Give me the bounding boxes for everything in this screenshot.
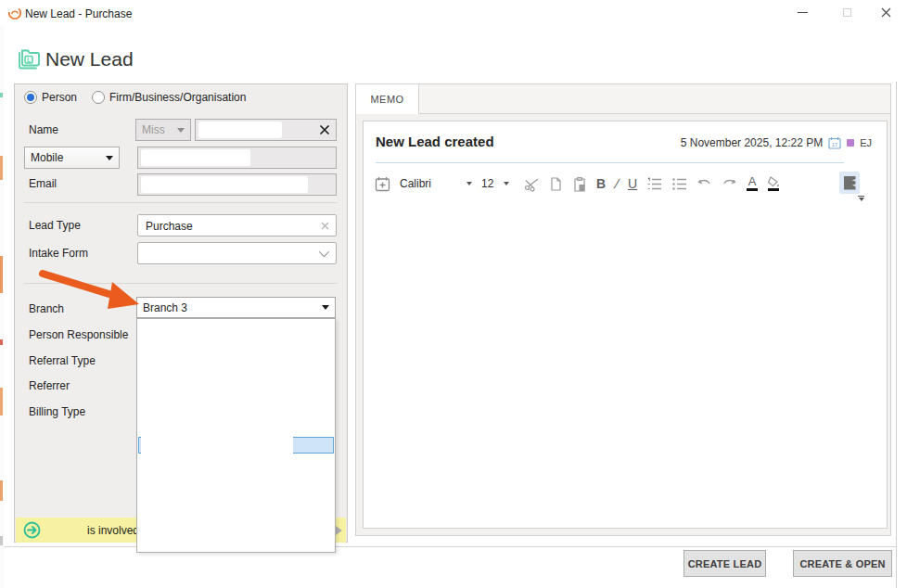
intake-form-label: Intake Form [29, 247, 88, 260]
font-size-value: 12 [481, 177, 498, 190]
person-responsible-label: Person Responsible [29, 328, 128, 341]
font-name-value: Calibri [400, 177, 461, 190]
memo-title-underline [376, 162, 844, 163]
name-input[interactable] [195, 119, 337, 141]
background-window-sliver [0, 0, 4, 588]
bullet-list-icon [671, 177, 687, 191]
chevron-down-icon [319, 247, 329, 257]
expand-right-icon[interactable] [336, 526, 342, 535]
chevron-down-icon [466, 182, 472, 185]
paste-button[interactable] [572, 176, 587, 192]
name-title-value: Miss [142, 123, 165, 136]
alignment-button-clipped[interactable] [839, 172, 860, 194]
redacted-email-value [141, 176, 308, 193]
undo-icon [696, 177, 712, 191]
lead-type-value: Purchase [146, 220, 193, 233]
clear-lead-type-icon[interactable] [321, 222, 329, 230]
font-color-button[interactable]: A [747, 176, 758, 191]
font-color-icon: A [748, 176, 757, 187]
window-title: New Lead - Purchase [25, 7, 132, 20]
page-title: New Lead [45, 48, 134, 70]
redacted-dropdown-items [141, 433, 293, 457]
memo-toolbar: Calibri 12 [375, 170, 780, 198]
memo-timestamp: 5 November 2025, 12:22 PM [681, 136, 823, 149]
redacted-name-value [198, 121, 282, 138]
copy-button[interactable] [549, 176, 563, 192]
entity-type-radio-group: Person Firm/Business/Organisation [24, 91, 246, 104]
maximize-button[interactable] [831, 0, 862, 24]
phone-type-value: Mobile [31, 151, 63, 164]
alignment-icon [844, 176, 856, 190]
memo-panel: MEMO New Lead created 5 November 2025, 1… [355, 83, 891, 536]
involved-bar-text: is involved [87, 524, 139, 537]
chevron-down-icon [177, 128, 185, 133]
underline-button[interactable]: U [628, 176, 637, 191]
lead-folder-icon: L [18, 49, 42, 70]
maximize-icon [843, 8, 851, 17]
copy-icon [549, 176, 563, 192]
highlight-color-swatch [768, 188, 779, 191]
radio-firm-label: Firm/Business/Organisation [109, 91, 246, 104]
radio-unselected-icon [92, 91, 105, 104]
author-color-badge [847, 139, 854, 147]
branch-label: Branch [29, 302, 64, 315]
memo-body-editor[interactable] [364, 201, 886, 527]
scissors-icon [524, 176, 540, 192]
font-color-swatch [747, 188, 758, 191]
create-and-open-button[interactable]: CREATE & OPEN [793, 550, 892, 577]
branch-select[interactable]: Branch 3 [136, 297, 336, 318]
highlight-color-button[interactable] [767, 176, 780, 191]
create-lead-button[interactable]: CREATE LEAD [683, 550, 766, 577]
chevron-down-icon [106, 156, 113, 160]
font-name-select[interactable]: Calibri [400, 177, 472, 190]
title-bar: New Lead - Purchase [0, 0, 907, 26]
tab-memo[interactable]: MEMO [356, 84, 419, 114]
chevron-down-icon [504, 182, 509, 185]
italic-button[interactable]: / [614, 176, 620, 191]
redo-icon [722, 177, 737, 191]
cut-button[interactable] [524, 176, 540, 192]
email-input[interactable] [137, 173, 337, 196]
name-label: Name [29, 123, 58, 136]
close-button[interactable] [870, 0, 901, 24]
memo-tab-strip: MEMO [356, 84, 890, 114]
bold-button[interactable]: B [596, 176, 606, 191]
redo-button[interactable] [722, 177, 737, 191]
paint-bucket-icon [767, 176, 780, 187]
insert-date-icon[interactable] [375, 176, 390, 192]
memo-card: New Lead created 5 November 2025, 12:22 … [363, 121, 888, 529]
svg-text:L: L [27, 57, 31, 63]
radio-firm[interactable]: Firm/Business/Organisation [92, 91, 246, 104]
phone-type-select[interactable]: Mobile [24, 147, 120, 169]
name-title-select[interactable]: Miss [135, 119, 191, 141]
bullet-list-button[interactable] [671, 177, 687, 191]
lead-type-field[interactable]: Purchase [137, 214, 337, 236]
svg-text:17: 17 [832, 142, 838, 147]
minimize-icon [798, 12, 808, 13]
radio-person[interactable]: Person [24, 91, 77, 104]
intake-form-select[interactable] [137, 242, 337, 264]
memo-title: New Lead created [376, 134, 494, 149]
bold-icon: B [596, 176, 606, 191]
minimize-button[interactable] [786, 0, 818, 24]
branch-dropdown-list[interactable] [136, 318, 336, 553]
calendar-icon[interactable]: 17 [828, 136, 841, 149]
underline-icon: U [628, 176, 637, 191]
font-size-select[interactable]: 12 [481, 177, 509, 190]
close-icon [881, 7, 891, 18]
italic-icon: / [614, 176, 620, 191]
radio-selected-icon [24, 91, 37, 104]
chevron-down-icon [322, 305, 329, 310]
lead-type-label: Lead Type [29, 219, 81, 232]
panel-right-border [896, 82, 897, 588]
add-involved-icon[interactable] [23, 521, 41, 539]
phone-input[interactable] [137, 147, 337, 169]
section-divider [24, 283, 338, 284]
undo-button[interactable] [696, 177, 712, 191]
branch-value: Branch 3 [143, 301, 187, 314]
author-initials: EJ [860, 137, 872, 148]
section-divider [24, 202, 338, 203]
memo-meta: 5 November 2025, 12:22 PM 17 EJ [681, 136, 872, 149]
clear-name-icon[interactable] [319, 124, 330, 135]
numbered-list-button[interactable] [646, 177, 662, 191]
